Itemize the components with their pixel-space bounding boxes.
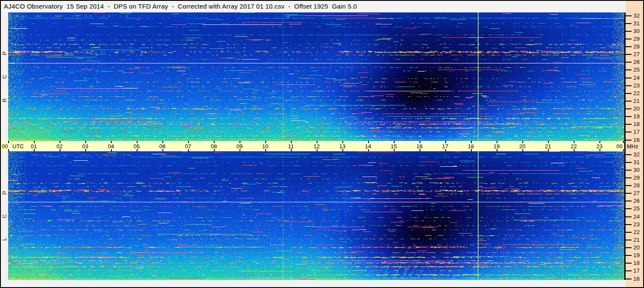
freq-tick <box>626 263 632 264</box>
freq-tick <box>626 93 632 94</box>
freq-tick <box>626 54 632 55</box>
freq-tick-label: 31 <box>633 159 643 166</box>
freq-tick-label: 29 <box>633 174 643 181</box>
freq-tick-label: 17 <box>633 267 643 274</box>
freq-tick <box>626 216 632 217</box>
app-window: AJ4CO Observatory 15 Sep 2014 - DPS on T… <box>0 0 644 288</box>
freq-tick <box>626 255 632 256</box>
freq-tick-label: 32 <box>633 151 643 158</box>
freq-tick <box>626 140 632 141</box>
freq-tick <box>626 270 632 271</box>
freq-tick <box>626 279 632 279</box>
time-tick-label: 10 <box>259 143 272 149</box>
time-tick-label: 21 <box>542 143 554 149</box>
time-tick-label: 09 <box>233 143 246 149</box>
freq-tick <box>626 170 632 171</box>
time-axis: 0001020304050607080910111213141516171819… <box>1 141 624 151</box>
freq-tick-label: 28 <box>633 182 643 189</box>
freq-tick-label: 32 <box>633 12 643 19</box>
freq-tick-label: 23 <box>633 221 643 228</box>
time-tick-label: 11 <box>285 143 297 149</box>
freq-tick-label: 25 <box>633 66 643 73</box>
freq-tick <box>626 201 632 201</box>
freq-tick <box>626 85 632 86</box>
mhz-unit-label: MHz <box>627 143 643 150</box>
freq-tick <box>626 132 632 132</box>
time-tick-label: 04 <box>105 143 117 149</box>
time-tick <box>8 149 9 151</box>
freq-tick <box>626 208 632 209</box>
freq-tick-label: 28 <box>633 43 643 50</box>
time-tick-label: 17 <box>439 143 452 149</box>
freq-tick <box>626 62 632 63</box>
window-title: AJ4CO Observatory 15 Sep 2014 - DPS on T… <box>4 3 357 10</box>
freq-tick-label: 22 <box>633 90 643 97</box>
freq-tick-label: 30 <box>633 28 643 35</box>
freq-tick-label: 19 <box>633 113 643 120</box>
freq-tick <box>626 101 632 102</box>
freq-tick <box>626 69 632 70</box>
freq-tick-label: 24 <box>633 75 643 81</box>
freq-tick-label: 16 <box>633 276 643 282</box>
freq-tick <box>626 154 632 155</box>
freq-tick-label: 18 <box>633 121 643 128</box>
time-tick-label: 03 <box>79 143 92 149</box>
freq-tick <box>626 116 632 117</box>
freq-tick-label: 18 <box>633 260 643 267</box>
utc-unit-label: UTC <box>12 143 30 149</box>
time-tick-label: 07 <box>182 143 195 149</box>
freq-tick-label: 19 <box>633 252 643 259</box>
polarization-label-lcp: L C P <box>1 151 8 280</box>
freq-tick <box>626 177 632 178</box>
freq-tick-label: 24 <box>633 213 643 220</box>
freq-tick-label: 21 <box>633 98 643 105</box>
time-tick-label: 19 <box>490 143 503 149</box>
freq-tick-label: 21 <box>633 237 643 243</box>
freq-tick <box>626 232 632 233</box>
time-tick-label: 08 <box>207 143 220 149</box>
freq-tick-label: 29 <box>633 36 643 42</box>
freq-tick <box>626 78 632 78</box>
polarization-label-rcp: R C P <box>1 12 8 141</box>
freq-tick <box>626 39 632 39</box>
time-tick-label: 15 <box>387 143 400 149</box>
time-tick-label: 20 <box>516 143 529 149</box>
time-tick-label: 13 <box>336 143 349 149</box>
time-tick-label: 23 <box>593 143 606 149</box>
spectrogram-rcp <box>8 12 625 141</box>
time-tick-label: 14 <box>362 143 374 149</box>
freq-tick-label: 20 <box>633 105 643 112</box>
freq-tick-label: 17 <box>633 129 643 135</box>
freq-tick <box>626 23 632 24</box>
time-tick-label: 22 <box>567 143 580 149</box>
freq-tick-label: 25 <box>633 205 643 212</box>
freq-tick-label: 27 <box>633 51 643 58</box>
freq-tick <box>626 31 632 32</box>
freq-tick <box>626 224 632 225</box>
freq-tick-label: 26 <box>633 198 643 204</box>
freq-tick <box>626 108 632 109</box>
freq-tick <box>626 193 632 194</box>
freq-tick-label: 23 <box>633 82 643 89</box>
freq-tick <box>626 240 632 240</box>
freq-tick <box>626 46 632 47</box>
freq-tick-label: 20 <box>633 244 643 251</box>
freq-tick <box>626 247 632 248</box>
freq-tick-label: 16 <box>633 137 643 144</box>
freq-tick <box>626 124 632 125</box>
time-tick-label: 00 <box>610 143 623 149</box>
freq-tick <box>626 162 632 163</box>
freq-tick-label: 30 <box>633 167 643 174</box>
time-tick <box>623 141 624 143</box>
time-tick-label: 18 <box>464 143 477 149</box>
time-tick <box>623 149 624 151</box>
freq-tick-label: 27 <box>633 190 643 197</box>
time-tick-label: 05 <box>130 143 143 149</box>
freq-tick-label: 26 <box>633 59 643 66</box>
freq-tick <box>626 185 632 186</box>
time-tick-label: 16 <box>413 143 426 149</box>
titlebar: AJ4CO Observatory 15 Sep 2014 - DPS on T… <box>1 1 626 12</box>
time-tick-label: 02 <box>53 143 66 149</box>
freq-tick-label: 31 <box>633 20 643 27</box>
time-tick-label: 12 <box>310 143 323 149</box>
